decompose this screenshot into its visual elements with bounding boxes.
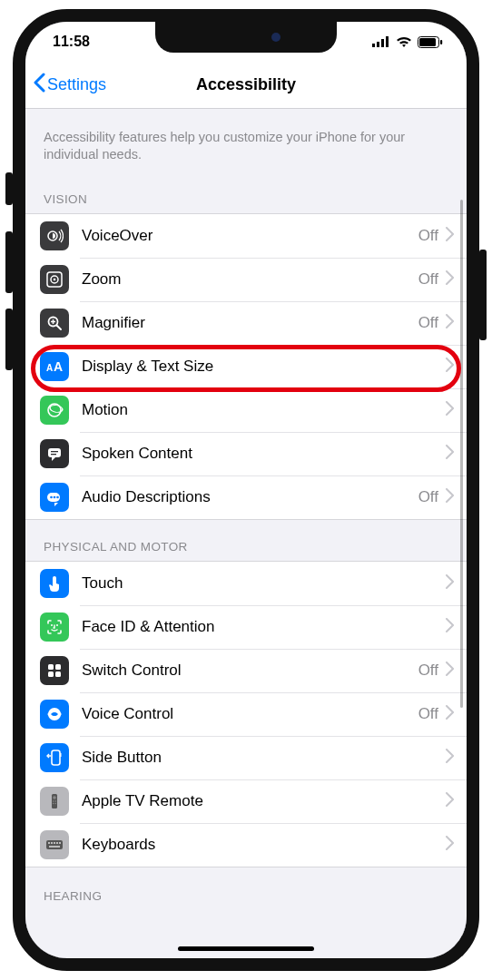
- faceid-icon: [40, 612, 69, 642]
- zoom-icon: [40, 265, 69, 294]
- battery-icon: [418, 36, 443, 48]
- svg-rect-49: [49, 846, 60, 848]
- svg-point-41: [53, 802, 54, 804]
- chevron-right-icon: [446, 401, 454, 419]
- magnifier-icon: [40, 309, 69, 338]
- row-label: Audio Descriptions: [82, 488, 418, 506]
- row-zoom[interactable]: Zoom Off: [25, 258, 467, 301]
- svg-point-26: [51, 624, 53, 626]
- svg-rect-46: [54, 842, 55, 844]
- chevron-right-icon: [446, 358, 454, 376]
- svg-text:A: A: [46, 363, 53, 373]
- svg-point-10: [54, 278, 56, 280]
- svg-rect-44: [48, 842, 50, 844]
- chevron-right-icon: [446, 488, 454, 506]
- svg-rect-30: [48, 671, 54, 677]
- svg-rect-31: [55, 671, 61, 677]
- row-value: Off: [418, 705, 438, 723]
- back-label: Settings: [47, 75, 106, 94]
- svg-rect-3: [386, 36, 389, 47]
- chevron-left-icon: [33, 73, 45, 97]
- row-value: Off: [418, 270, 438, 289]
- row-side-button[interactable]: Side Button: [25, 736, 467, 779]
- svg-text:A: A: [54, 359, 63, 374]
- chevron-right-icon: [446, 749, 454, 767]
- vision-list: VoiceOver Off Zoom Off Magnifier Off: [25, 213, 467, 520]
- textsize-icon: AA: [40, 352, 69, 381]
- nav-bar: Settings Accessibility: [25, 62, 467, 109]
- svg-rect-20: [51, 451, 58, 452]
- chevron-right-icon: [446, 314, 454, 332]
- chevron-right-icon: [446, 618, 454, 636]
- row-label: Motion: [82, 401, 438, 419]
- svg-rect-19: [48, 448, 61, 457]
- svg-point-38: [53, 796, 56, 799]
- status-time: 11:58: [53, 34, 90, 50]
- row-magnifier[interactable]: Magnifier Off: [25, 301, 467, 345]
- chevron-right-icon: [446, 705, 454, 723]
- row-label: Side Button: [82, 749, 438, 767]
- section-header-physical: PHYSICAL AND MOTOR: [25, 520, 467, 561]
- touch-icon: [40, 569, 69, 598]
- svg-rect-6: [440, 40, 442, 44]
- row-label: Keyboards: [82, 836, 438, 854]
- motion-icon: [40, 396, 69, 425]
- row-touch[interactable]: Touch: [25, 562, 467, 605]
- row-value: Off: [418, 662, 438, 680]
- spoken-icon: [40, 439, 69, 468]
- section-header-vision: VISION: [25, 172, 467, 213]
- section-header-hearing: HEARING: [25, 867, 467, 910]
- row-audio-descriptions[interactable]: Audio Descriptions Off: [25, 475, 467, 519]
- row-spoken-content[interactable]: Spoken Content: [25, 432, 467, 475]
- svg-rect-43: [46, 840, 63, 849]
- row-display-text-size[interactable]: AA Display & Text Size: [25, 345, 467, 388]
- home-indicator[interactable]: [178, 946, 314, 951]
- notch: [155, 22, 337, 53]
- row-faceid[interactable]: Face ID & Attention: [25, 605, 467, 649]
- row-switch-control[interactable]: Switch Control Off: [25, 649, 467, 692]
- physical-list: Touch Face ID & Attention Switch Control…: [25, 561, 467, 867]
- svg-rect-1: [377, 42, 379, 47]
- voiceover-icon: [40, 221, 69, 250]
- chevron-right-icon: [446, 445, 454, 463]
- row-value: Off: [418, 227, 438, 245]
- svg-rect-29: [55, 664, 61, 670]
- svg-rect-28: [48, 664, 54, 670]
- svg-rect-45: [51, 842, 53, 844]
- chevron-right-icon: [446, 836, 454, 854]
- page-title: Accessibility: [196, 75, 296, 94]
- svg-rect-34: [52, 750, 60, 765]
- row-label: Apple TV Remote: [82, 792, 438, 810]
- back-button[interactable]: Settings: [33, 73, 106, 97]
- row-apple-tv-remote[interactable]: Apple TV Remote: [25, 779, 467, 823]
- row-keyboards[interactable]: Keyboards: [25, 823, 467, 867]
- row-value: Off: [418, 314, 438, 332]
- row-voiceover[interactable]: VoiceOver Off: [25, 214, 467, 258]
- row-value: Off: [418, 488, 438, 506]
- settings-scroll[interactable]: Accessibility features help you customiz…: [25, 109, 467, 958]
- svg-point-24: [54, 495, 56, 498]
- svg-point-39: [53, 800, 54, 802]
- svg-point-42: [55, 802, 57, 804]
- sidebtn-icon: [40, 743, 69, 772]
- row-label: Display & Text Size: [82, 358, 438, 376]
- section-description: Accessibility features help you customiz…: [25, 109, 467, 172]
- svg-point-40: [55, 800, 57, 802]
- row-motion[interactable]: Motion: [25, 388, 467, 432]
- svg-rect-47: [56, 842, 58, 844]
- phone-frame: 11:58 Settings Accessibility Accessibili…: [13, 9, 479, 971]
- wifi-icon: [396, 36, 412, 48]
- voicectrl-icon: [40, 700, 69, 729]
- svg-rect-0: [372, 44, 375, 47]
- svg-rect-21: [51, 454, 56, 455]
- svg-point-25: [56, 495, 59, 498]
- row-voice-control[interactable]: Voice Control Off: [25, 692, 467, 736]
- row-label: VoiceOver: [82, 227, 418, 245]
- row-label: Voice Control: [82, 705, 418, 723]
- row-label: Zoom: [82, 270, 418, 289]
- svg-rect-36: [60, 753, 61, 757]
- chevron-right-icon: [446, 227, 454, 245]
- scrollbar[interactable]: [460, 200, 463, 708]
- audiodesc-icon: [40, 483, 69, 512]
- chevron-right-icon: [446, 270, 454, 289]
